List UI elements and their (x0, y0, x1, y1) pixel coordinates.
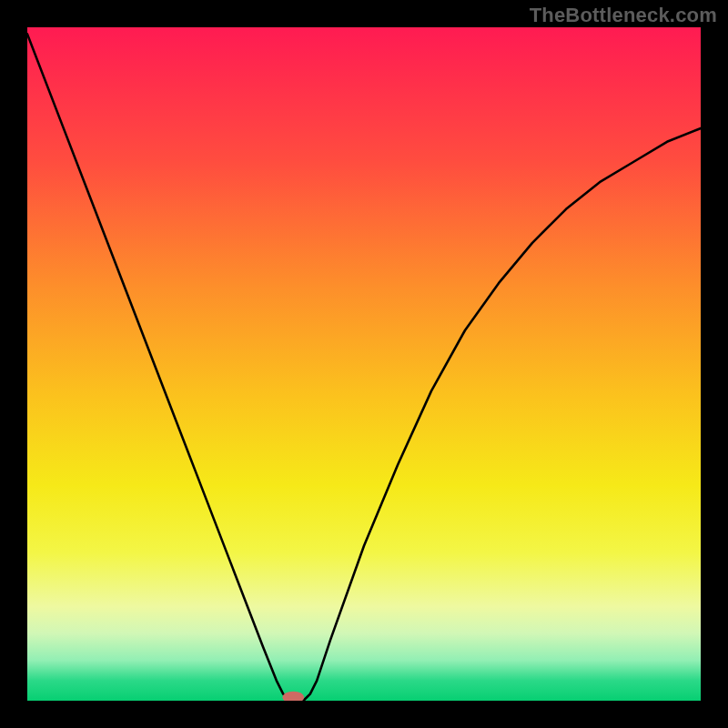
chart-frame: TheBottleneck.com (0, 0, 728, 728)
plot-area (27, 27, 701, 701)
chart-svg (27, 27, 701, 701)
watermark-text: TheBottleneck.com (530, 4, 717, 27)
bottleneck-curve (27, 34, 701, 701)
optimal-marker (282, 692, 304, 701)
